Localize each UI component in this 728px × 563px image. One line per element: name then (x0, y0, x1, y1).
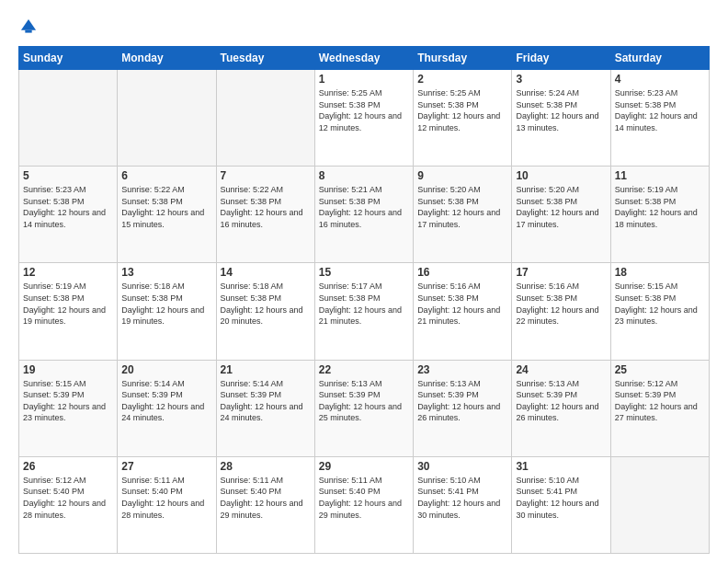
day-info: Sunrise: 5:12 AMSunset: 5:39 PMDaylight:… (615, 378, 705, 424)
day-info: Sunrise: 5:13 AMSunset: 5:39 PMDaylight:… (319, 378, 409, 424)
day-info: Sunrise: 5:12 AMSunset: 5:40 PMDaylight:… (23, 475, 113, 521)
day-number: 9 (417, 169, 507, 182)
day-info: Sunrise: 5:10 AMSunset: 5:41 PMDaylight:… (516, 475, 606, 521)
calendar-cell: 7Sunrise: 5:22 AMSunset: 5:38 PMDaylight… (216, 167, 314, 263)
calendar-cell (19, 70, 118, 167)
day-number: 21 (221, 363, 311, 376)
calendar-cell: 25Sunrise: 5:12 AMSunset: 5:39 PMDayligh… (610, 360, 709, 456)
calendar-row-3: 19Sunrise: 5:15 AMSunset: 5:39 PMDayligh… (19, 360, 710, 456)
calendar-cell: 12Sunrise: 5:19 AMSunset: 5:38 PMDayligh… (19, 263, 118, 360)
day-number: 22 (319, 363, 409, 376)
calendar-cell: 31Sunrise: 5:10 AMSunset: 5:41 PMDayligh… (512, 456, 610, 553)
day-number: 28 (221, 460, 311, 473)
day-info: Sunrise: 5:21 AMSunset: 5:38 PMDaylight:… (319, 184, 409, 230)
day-info: Sunrise: 5:16 AMSunset: 5:38 PMDaylight:… (516, 281, 606, 327)
day-number: 15 (319, 266, 409, 279)
weekday-header-saturday: Saturday (610, 47, 709, 70)
day-number: 25 (615, 363, 705, 376)
svg-rect-1 (25, 30, 31, 33)
day-info: Sunrise: 5:25 AMSunset: 5:38 PMDaylight:… (417, 87, 507, 133)
calendar-cell: 9Sunrise: 5:20 AMSunset: 5:38 PMDaylight… (414, 167, 512, 263)
calendar-table: SundayMondayTuesdayWednesdayThursdayFrid… (18, 46, 710, 554)
day-info: Sunrise: 5:14 AMSunset: 5:39 PMDaylight:… (221, 378, 311, 424)
day-number: 20 (121, 363, 211, 376)
day-number: 18 (615, 266, 705, 279)
day-number: 16 (417, 266, 507, 279)
logo (18, 17, 42, 37)
weekday-header-thursday: Thursday (414, 47, 512, 70)
calendar-cell: 2Sunrise: 5:25 AMSunset: 5:38 PMDaylight… (414, 70, 512, 167)
day-number: 5 (23, 169, 113, 182)
day-info: Sunrise: 5:16 AMSunset: 5:38 PMDaylight:… (417, 281, 507, 327)
calendar-cell: 20Sunrise: 5:14 AMSunset: 5:39 PMDayligh… (118, 360, 216, 456)
day-number: 27 (121, 460, 211, 473)
day-info: Sunrise: 5:11 AMSunset: 5:40 PMDaylight:… (121, 475, 211, 521)
calendar-cell: 16Sunrise: 5:16 AMSunset: 5:38 PMDayligh… (414, 263, 512, 360)
day-info: Sunrise: 5:20 AMSunset: 5:38 PMDaylight:… (417, 184, 507, 230)
calendar-cell: 22Sunrise: 5:13 AMSunset: 5:39 PMDayligh… (314, 360, 413, 456)
day-info: Sunrise: 5:18 AMSunset: 5:38 PMDaylight:… (121, 281, 211, 327)
day-number: 6 (121, 169, 211, 182)
day-info: Sunrise: 5:11 AMSunset: 5:40 PMDaylight:… (319, 475, 409, 521)
calendar-cell: 18Sunrise: 5:15 AMSunset: 5:38 PMDayligh… (610, 263, 709, 360)
calendar-cell: 17Sunrise: 5:16 AMSunset: 5:38 PMDayligh… (512, 263, 610, 360)
calendar-cell (610, 456, 709, 553)
calendar-cell (216, 70, 314, 167)
day-info: Sunrise: 5:22 AMSunset: 5:38 PMDaylight:… (221, 184, 311, 230)
day-number: 13 (121, 266, 211, 279)
day-number: 3 (516, 73, 606, 86)
day-info: Sunrise: 5:19 AMSunset: 5:38 PMDaylight:… (615, 184, 705, 230)
calendar-cell: 11Sunrise: 5:19 AMSunset: 5:38 PMDayligh… (610, 167, 709, 263)
day-number: 10 (516, 169, 606, 182)
page: SundayMondayTuesdayWednesdayThursdayFrid… (0, 0, 728, 563)
day-info: Sunrise: 5:10 AMSunset: 5:41 PMDaylight:… (417, 475, 507, 521)
day-number: 17 (516, 266, 606, 279)
weekday-header-sunday: Sunday (19, 47, 118, 70)
day-number: 1 (319, 73, 409, 86)
header (18, 17, 710, 37)
day-number: 19 (23, 363, 113, 376)
calendar-cell: 15Sunrise: 5:17 AMSunset: 5:38 PMDayligh… (314, 263, 413, 360)
calendar-cell: 23Sunrise: 5:13 AMSunset: 5:39 PMDayligh… (414, 360, 512, 456)
calendar-row-2: 12Sunrise: 5:19 AMSunset: 5:38 PMDayligh… (19, 263, 710, 360)
day-info: Sunrise: 5:15 AMSunset: 5:38 PMDaylight:… (615, 281, 705, 327)
calendar-cell (118, 70, 216, 167)
day-info: Sunrise: 5:19 AMSunset: 5:38 PMDaylight:… (23, 281, 113, 327)
calendar-cell: 13Sunrise: 5:18 AMSunset: 5:38 PMDayligh… (118, 263, 216, 360)
day-number: 2 (417, 73, 507, 86)
weekday-header-row: SundayMondayTuesdayWednesdayThursdayFrid… (19, 47, 710, 70)
day-number: 23 (417, 363, 507, 376)
day-info: Sunrise: 5:13 AMSunset: 5:39 PMDaylight:… (417, 378, 507, 424)
day-info: Sunrise: 5:23 AMSunset: 5:38 PMDaylight:… (23, 184, 113, 230)
calendar-cell: 8Sunrise: 5:21 AMSunset: 5:38 PMDaylight… (314, 167, 413, 263)
calendar-cell: 14Sunrise: 5:18 AMSunset: 5:38 PMDayligh… (216, 263, 314, 360)
calendar-cell: 21Sunrise: 5:14 AMSunset: 5:39 PMDayligh… (216, 360, 314, 456)
calendar-row-1: 5Sunrise: 5:23 AMSunset: 5:38 PMDaylight… (19, 167, 710, 263)
calendar-cell: 6Sunrise: 5:22 AMSunset: 5:38 PMDaylight… (118, 167, 216, 263)
day-info: Sunrise: 5:25 AMSunset: 5:38 PMDaylight:… (319, 87, 409, 133)
calendar-cell: 19Sunrise: 5:15 AMSunset: 5:39 PMDayligh… (19, 360, 118, 456)
calendar-cell: 5Sunrise: 5:23 AMSunset: 5:38 PMDaylight… (19, 167, 118, 263)
calendar-cell: 1Sunrise: 5:25 AMSunset: 5:38 PMDaylight… (314, 70, 413, 167)
day-number: 7 (221, 169, 311, 182)
day-info: Sunrise: 5:23 AMSunset: 5:38 PMDaylight:… (615, 87, 705, 133)
day-number: 8 (319, 169, 409, 182)
calendar-row-0: 1Sunrise: 5:25 AMSunset: 5:38 PMDaylight… (19, 70, 710, 167)
day-number: 14 (221, 266, 311, 279)
weekday-header-friday: Friday (512, 47, 610, 70)
day-number: 26 (23, 460, 113, 473)
calendar-cell: 29Sunrise: 5:11 AMSunset: 5:40 PMDayligh… (314, 456, 413, 553)
calendar-row-4: 26Sunrise: 5:12 AMSunset: 5:40 PMDayligh… (19, 456, 710, 553)
weekday-header-monday: Monday (118, 47, 216, 70)
calendar-cell: 10Sunrise: 5:20 AMSunset: 5:38 PMDayligh… (512, 167, 610, 263)
day-info: Sunrise: 5:15 AMSunset: 5:39 PMDaylight:… (23, 378, 113, 424)
day-number: 4 (615, 73, 705, 86)
calendar-cell: 26Sunrise: 5:12 AMSunset: 5:40 PMDayligh… (19, 456, 118, 553)
day-info: Sunrise: 5:14 AMSunset: 5:39 PMDaylight:… (121, 378, 211, 424)
day-info: Sunrise: 5:20 AMSunset: 5:38 PMDaylight:… (516, 184, 606, 230)
day-number: 24 (516, 363, 606, 376)
day-number: 12 (23, 266, 113, 279)
calendar-cell: 24Sunrise: 5:13 AMSunset: 5:39 PMDayligh… (512, 360, 610, 456)
logo-icon (18, 17, 39, 37)
calendar-cell: 30Sunrise: 5:10 AMSunset: 5:41 PMDayligh… (414, 456, 512, 553)
